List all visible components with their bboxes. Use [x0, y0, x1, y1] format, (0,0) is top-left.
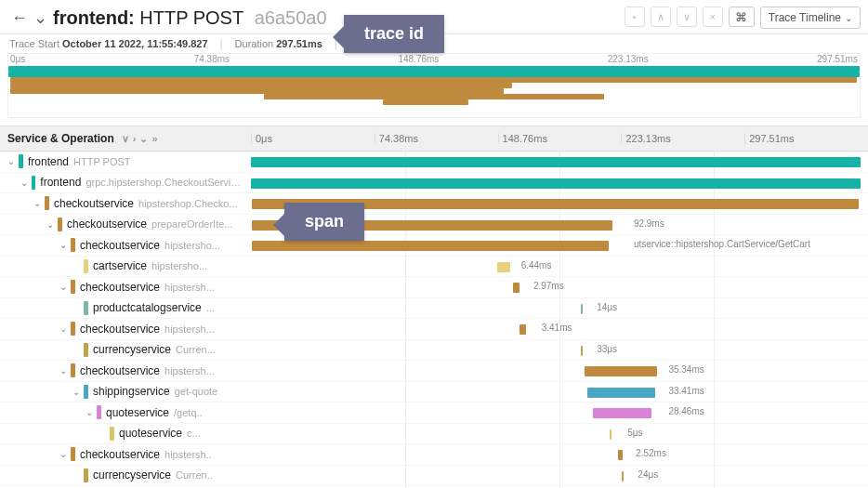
operation-name: ... [206, 302, 215, 313]
span-bar[interactable] [252, 241, 609, 251]
span-bar[interactable] [519, 324, 527, 335]
span-row[interactable]: cartservicehipstersho...6.44ms [0, 257, 868, 278]
nav-close-button[interactable]: × [703, 7, 723, 27]
toggle-icon[interactable]: ⌄ [20, 178, 29, 188]
span-row[interactable]: quoteservicec...5μs [0, 424, 868, 445]
service-name: checkoutservice [80, 239, 160, 252]
toggle-icon[interactable]: ⌄ [72, 387, 81, 397]
service-color-chip [84, 343, 88, 357]
service-color-chip [84, 468, 88, 482]
service-name: checkoutservice [80, 448, 160, 461]
shortcut-button[interactable]: ⌘ [729, 7, 755, 27]
service-name: currencyservice [93, 468, 171, 481]
service-name: checkoutservice [54, 197, 134, 210]
title-operation: HTTP POST [139, 7, 243, 28]
span-duration-label: 2.97ms [533, 281, 564, 291]
service-color-chip [84, 385, 88, 399]
minimap-tick: 297.51ms [817, 54, 858, 64]
span-row[interactable]: ⌄checkoutservicehipstersh...2.97ms [0, 277, 868, 298]
span-row[interactable]: ⌄quoteservice/getq..28.46ms [0, 402, 868, 424]
span-bar[interactable] [593, 408, 651, 418]
toggle-icon[interactable]: ⌄ [59, 449, 68, 459]
span-row[interactable]: ⌄checkoutservicehipstersh..2.52ms [0, 444, 868, 466]
span-duration-label: 35.34ms [668, 364, 704, 375]
toggle-icon[interactable]: ⌄ [59, 240, 68, 250]
span-duration-label: 2.52ms [636, 448, 666, 458]
nav-first-button[interactable]: ⋆ [625, 7, 645, 27]
span-bar[interactable] [618, 450, 624, 460]
minimap-tick: 148.76ms [398, 54, 439, 64]
span-row[interactable]: ⌄frontendgrpc.hipstershop.CheckoutServic… [0, 173, 868, 194]
nav-next-button[interactable]: ∨ [677, 7, 697, 27]
span-duration-label: 5μs [627, 428, 642, 438]
minimap[interactable]: 0μs74.38ms148.76ms223.13ms297.51ms [7, 53, 861, 118]
chevron-down-icon[interactable]: ⌄ [33, 7, 47, 28]
operation-name: hipstersho... [164, 240, 220, 251]
toggle-icon[interactable]: ⌄ [59, 282, 68, 292]
span-bar[interactable] [587, 388, 656, 398]
service-name: quoteservice [106, 406, 169, 419]
span-row[interactable]: currencyserviceCurren..24μs [0, 466, 868, 487]
meta-duration-value: 297.51ms [276, 38, 322, 49]
span-bar[interactable] [497, 262, 510, 272]
span-row[interactable]: ⌄checkoutservicehipstershop.Checko... [0, 193, 868, 215]
nav-prev-button[interactable]: ∧ [651, 7, 671, 27]
view-dropdown[interactable]: Trace Timeline ⌄ [760, 7, 861, 29]
service-color-chip [71, 322, 75, 336]
timeline-tick: 297.51ms [744, 133, 868, 144]
operation-name: hipstersh... [164, 282, 215, 293]
span-bar[interactable] [513, 283, 519, 293]
back-button[interactable]: ← [7, 6, 32, 30]
column-service-operation: Service & Operation ∨ › ⌄ » [0, 132, 251, 145]
service-color-chip [71, 238, 75, 252]
operation-name: Curren... [176, 344, 216, 355]
timeline-tick: 148.76ms [498, 133, 622, 144]
span-bar[interactable] [610, 429, 612, 440]
operation-name: Curren.. [176, 469, 213, 481]
view-dropdown-label: Trace Timeline [769, 11, 841, 24]
operation-name: c... [187, 428, 201, 439]
timeline-tick: 0μs [251, 133, 375, 144]
minimap-tick: 74.38ms [194, 54, 230, 64]
callout-span: span [284, 203, 364, 241]
expand-one-icon[interactable]: › [133, 133, 137, 145]
span-duration-label: 92.9ms [634, 218, 664, 229]
span-bar[interactable] [622, 471, 624, 481]
span-bar[interactable] [585, 366, 657, 376]
toggle-icon[interactable]: ⌄ [59, 323, 68, 334]
toggle-icon[interactable]: ⌄ [59, 365, 68, 376]
operation-name: hipstersho... [151, 260, 207, 271]
toggle-icon[interactable]: ⌄ [85, 407, 94, 417]
span-row[interactable]: ⌄checkoutservicehipstersh...35.34ms [0, 361, 868, 382]
span-bar[interactable] [251, 157, 861, 167]
operation-name: get-quote [175, 386, 217, 397]
span-duration-label: 24μs [638, 469, 658, 480]
span-row[interactable]: ⌄checkoutserviceprepareOrderIte...92.9ms [0, 215, 868, 236]
expand-all-icon[interactable]: » [151, 133, 157, 145]
span-duration-label: 6.44ms [521, 260, 552, 270]
span-row[interactable]: ⌄checkoutservicehipstersho...utservice::… [0, 235, 868, 257]
toggle-icon[interactable]: ⌄ [46, 219, 55, 230]
span-duration-label: 33μs [597, 344, 617, 354]
trace-id: a6a50a0 [255, 7, 327, 28]
span-duration-label: 14μs [597, 302, 617, 312]
span-row[interactable]: productcatalogservice...14μs [0, 298, 868, 320]
span-bar[interactable] [251, 178, 861, 189]
service-name: checkoutservice [80, 364, 160, 377]
span-row[interactable]: ⌄shippingserviceget-quote33.41ms [0, 382, 868, 403]
span-bar[interactable] [581, 346, 583, 356]
service-name: checkoutservice [67, 218, 147, 231]
span-row[interactable]: ⌄frontendHTTP POST [0, 152, 868, 173]
collapse-all-icon[interactable]: ⌄ [139, 133, 148, 145]
service-color-chip [32, 176, 36, 190]
service-name: frontend [28, 155, 69, 168]
span-row[interactable]: currencyserviceCurren...33μs [0, 340, 868, 362]
toggle-icon[interactable]: ⌄ [33, 198, 42, 208]
toggle-icon[interactable]: ⌄ [7, 156, 16, 166]
collapse-one-icon[interactable]: ∨ [122, 133, 129, 145]
meta-start-label: Trace Start [9, 38, 59, 49]
service-name: currencyservice [93, 343, 171, 356]
service-color-chip [84, 301, 88, 315]
span-row[interactable]: ⌄checkoutservicehipstersh...3.41ms [0, 319, 868, 340]
span-bar[interactable] [581, 304, 583, 314]
